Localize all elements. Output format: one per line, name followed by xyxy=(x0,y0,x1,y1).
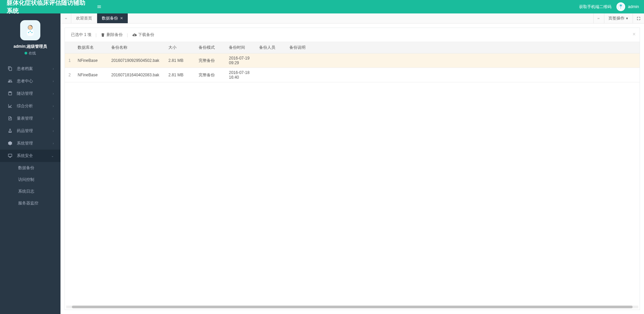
avatar xyxy=(616,2,625,11)
sidebar-item-medicine[interactable]: 药品管理 › xyxy=(0,125,61,137)
fullscreen-button[interactable] xyxy=(633,13,644,23)
chevron-down-icon: ⌄ xyxy=(51,154,54,158)
flask-icon xyxy=(7,128,13,133)
user-profile-box: admin;超级管理员 在线 xyxy=(0,13,61,63)
horizontal-scrollbar[interactable] xyxy=(66,306,638,308)
sidebar-toggle-button[interactable] xyxy=(94,4,104,9)
sidebar-item-security[interactable]: 系统安全 ⌄ xyxy=(0,150,61,162)
backup-table: 数据库名 备份名称 大小 备份模式 备份时间 备份人员 备份说明 1 NFine… xyxy=(65,42,640,82)
cogs-icon xyxy=(7,141,13,146)
sidebar-item-analysis[interactable]: 综合分析 › xyxy=(0,100,61,112)
tab-home[interactable]: 欢迎首页 xyxy=(71,13,97,23)
chevron-right-icon: › xyxy=(53,142,54,145)
username-label: admin xyxy=(628,4,639,9)
clipboard-icon xyxy=(7,91,13,96)
panel-close-button[interactable]: × xyxy=(633,31,636,37)
qr-code-link[interactable]: 获取手机端二维码 xyxy=(579,4,611,10)
svg-rect-7 xyxy=(27,30,34,36)
selected-count-label: 已选中 1 项 xyxy=(71,32,91,38)
svg-rect-8 xyxy=(30,31,31,32)
sidebar-item-sysmanage[interactable]: 系统管理 › xyxy=(0,137,61,150)
user-name-label: admin;超级管理员 xyxy=(7,44,54,49)
user-menu[interactable]: admin xyxy=(616,2,639,11)
avatar-icon xyxy=(617,3,625,10)
svg-point-9 xyxy=(28,32,29,33)
col-filename[interactable]: 备份名称 xyxy=(108,42,165,53)
menu-icon xyxy=(97,4,102,9)
svg-rect-3 xyxy=(620,7,621,9)
chevron-right-icon: › xyxy=(53,92,54,95)
tab-operations-button[interactable]: 页签操作 ▼ xyxy=(604,13,633,23)
table-row[interactable]: 2 NFineBase 201607181640402083.bak 2.81 … xyxy=(65,68,640,82)
chevron-right-icon: › xyxy=(53,104,54,108)
file-copy-icon xyxy=(7,66,13,71)
sidebar-item-scale[interactable]: 量表管理 › xyxy=(0,112,61,125)
subitem-monitor[interactable]: 服务器监控 xyxy=(0,197,61,209)
table-header-row: 数据库名 备份名称 大小 备份模式 备份时间 备份人员 备份说明 xyxy=(65,42,640,53)
subitem-backup[interactable]: 数据备份 xyxy=(0,162,61,174)
col-person[interactable]: 备份人员 xyxy=(256,42,286,53)
subitem-access[interactable]: 访问控制 xyxy=(0,174,61,186)
sidebar-item-patient-file[interactable]: 患者档案 › xyxy=(0,63,61,75)
col-time[interactable]: 备份时间 xyxy=(226,42,256,53)
chevron-right-icon: › xyxy=(53,67,54,71)
sidebar-item-followup[interactable]: 随访管理 › xyxy=(0,87,61,100)
user-status: 在线 xyxy=(7,51,54,56)
trash-icon xyxy=(100,33,105,37)
table-row[interactable]: 1 NFineBase 201607190929504502.bak 2.81 … xyxy=(65,53,640,68)
app-title: 躯体化症状临床评估随访辅助系统 xyxy=(0,0,94,15)
tab-bar: 欢迎首页 数据备份 ✕ 页签操作 ▼ xyxy=(61,13,644,24)
double-chevron-right-icon xyxy=(597,17,600,20)
tab-scroll-left-button[interactable] xyxy=(61,13,71,23)
tab-close-button[interactable]: ✕ xyxy=(120,16,123,21)
user-avatar xyxy=(20,20,40,40)
content-panel: × 已选中 1 项 | 删除备份 | 下载备份 xyxy=(65,28,640,310)
doctor-avatar-icon xyxy=(24,24,37,37)
double-chevron-left-icon xyxy=(64,17,68,20)
top-header: 躯体化症状临床评估随访辅助系统 获取手机端二维码 admin xyxy=(0,0,644,13)
cloud-download-icon xyxy=(132,33,137,37)
tab-scroll-right-button[interactable] xyxy=(593,13,604,23)
delete-backup-button[interactable]: 删除备份 xyxy=(100,32,123,38)
chevron-right-icon: › xyxy=(53,129,54,133)
svg-point-1 xyxy=(620,4,622,6)
scrollbar-thumb[interactable] xyxy=(72,306,633,308)
subitem-log[interactable]: 系统日志 xyxy=(0,186,61,197)
col-dbname[interactable]: 数据库名 xyxy=(74,42,108,53)
chevron-right-icon: › xyxy=(53,117,54,120)
toolbar: 已选中 1 项 | 删除备份 | 下载备份 xyxy=(65,28,640,42)
sidebar: admin;超级管理员 在线 患者档案 › 患者中心 › 随访管理 › 综合分析… xyxy=(0,13,61,314)
sidebar-item-patient-center[interactable]: 患者中心 › xyxy=(0,75,61,87)
svg-point-10 xyxy=(31,32,32,33)
col-size[interactable]: 大小 xyxy=(165,42,195,53)
status-dot-icon xyxy=(25,52,27,54)
chart-line-icon xyxy=(7,104,13,109)
caret-down-icon: ▼ xyxy=(626,17,629,20)
tab-backup[interactable]: 数据备份 ✕ xyxy=(97,13,128,23)
col-mode[interactable]: 备份模式 xyxy=(195,42,226,53)
chevron-right-icon: › xyxy=(53,79,54,83)
col-desc[interactable]: 备份说明 xyxy=(286,42,640,53)
users-icon xyxy=(7,79,13,84)
monitor-icon xyxy=(7,153,13,158)
expand-icon xyxy=(637,16,641,21)
list-icon xyxy=(7,116,13,121)
download-backup-button[interactable]: 下载备份 xyxy=(132,32,154,38)
